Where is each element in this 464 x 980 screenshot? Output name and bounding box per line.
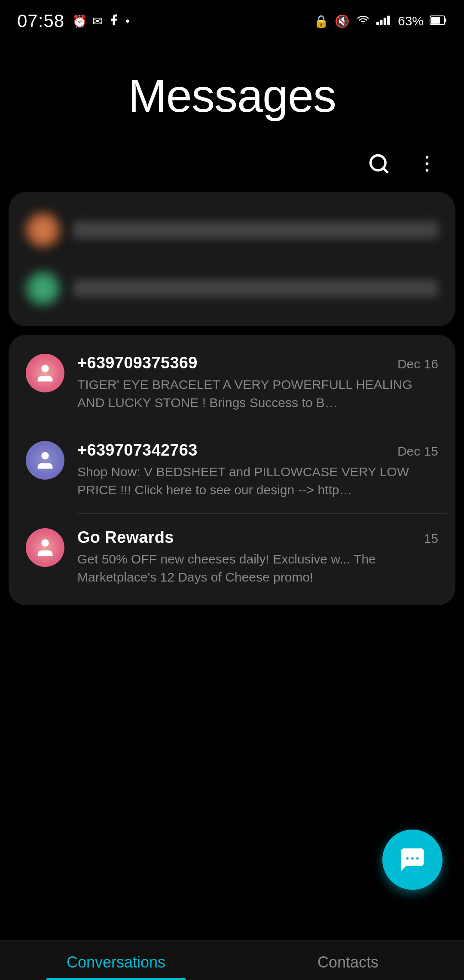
more-options-button[interactable] — [412, 148, 443, 179]
svg-point-14 — [41, 539, 49, 547]
svg-point-17 — [416, 857, 419, 860]
table-row[interactable]: +639709375369 Dec 16 TIGER' EYE BRACELET… — [9, 339, 455, 426]
svg-rect-1 — [380, 20, 382, 25]
app-header: Messages — [0, 34, 464, 148]
conversation-date: 15 — [424, 531, 438, 546]
conversation-list: +639709375369 Dec 16 TIGER' EYE BRACELET… — [9, 335, 455, 605]
search-button[interactable] — [363, 148, 394, 179]
svg-point-16 — [411, 857, 414, 860]
tab-contacts[interactable]: Contacts — [232, 940, 464, 980]
svg-line-8 — [383, 168, 387, 172]
alarm-icon: ⏰ — [72, 14, 87, 28]
blurred-item-2 — [9, 259, 455, 318]
blurred-content-2 — [73, 280, 438, 297]
svg-point-11 — [426, 169, 429, 172]
svg-point-10 — [426, 162, 429, 165]
avatar — [26, 441, 64, 480]
blurred-content-1 — [73, 221, 438, 239]
lock-icon: 🔒 — [314, 14, 329, 28]
table-row[interactable]: Go Rewards 15 Get 50% OFF new cheeses da… — [9, 514, 455, 601]
status-bar: 07:58 ⏰ ✉ • 🔒 🔇 — [0, 0, 464, 34]
svg-point-9 — [426, 156, 429, 159]
status-icons: ⏰ ✉ • — [72, 13, 130, 29]
mute-icon: 🔇 — [335, 14, 350, 28]
email-icon: ✉ — [92, 14, 102, 28]
conversation-preview: TIGER' EYE BRACELET A VERY POWERFULL HEA… — [77, 376, 438, 412]
signal-icon — [376, 14, 392, 29]
status-left: 07:58 ⏰ ✉ • — [17, 11, 130, 31]
conversation-preview: Shop Now: V BEDSHEET and PILLOWCASE VERY… — [77, 463, 438, 499]
conversation-content: +639709375369 Dec 16 TIGER' EYE BRACELET… — [77, 354, 438, 412]
conversation-content: Go Rewards 15 Get 50% OFF new cheeses da… — [77, 528, 438, 586]
app-title: Messages — [128, 69, 336, 122]
battery-icon — [430, 14, 447, 28]
conversation-content: +639707342763 Dec 15 Shop Now: V BEDSHEE… — [77, 441, 438, 499]
toolbar — [0, 148, 464, 192]
wifi-icon — [356, 14, 370, 29]
avatar — [26, 528, 64, 567]
svg-rect-5 — [445, 18, 446, 22]
conversation-header: +639709375369 Dec 16 — [77, 354, 438, 372]
conversation-name: Go Rewards — [77, 528, 174, 547]
conversation-header: +639707342763 Dec 15 — [77, 441, 438, 459]
battery-percent: 63% — [398, 14, 424, 28]
avatar — [26, 354, 64, 392]
status-time: 07:58 — [17, 11, 64, 31]
conversation-name: +639707342763 — [77, 441, 198, 459]
table-row[interactable]: +639707342763 Dec 15 Shop Now: V BEDSHEE… — [9, 426, 455, 514]
blurred-conversations — [9, 192, 455, 326]
status-right: 🔒 🔇 63% — [314, 14, 447, 29]
blurred-avatar-2 — [26, 271, 60, 306]
bottom-navigation: Conversations Contacts — [0, 940, 464, 980]
svg-point-15 — [406, 857, 409, 860]
blurred-avatar-1 — [26, 213, 60, 247]
svg-point-13 — [41, 452, 49, 459]
conversation-date: Dec 15 — [397, 444, 438, 459]
svg-rect-3 — [387, 15, 390, 25]
tab-conversations[interactable]: Conversations — [0, 940, 232, 980]
svg-rect-0 — [376, 21, 379, 24]
conversation-name: +639709375369 — [77, 354, 198, 372]
conversation-date: Dec 16 — [397, 357, 438, 371]
svg-point-12 — [41, 365, 49, 372]
conversation-header: Go Rewards 15 — [77, 528, 438, 547]
tab-contacts-label: Contacts — [317, 953, 379, 971]
dot-icon: • — [125, 14, 130, 28]
conversation-preview: Get 50% OFF new cheeses daily! Exclusive… — [77, 550, 438, 586]
facebook-icon — [107, 13, 120, 29]
svg-rect-6 — [431, 17, 440, 24]
tab-conversations-label: Conversations — [67, 953, 165, 971]
svg-rect-2 — [384, 18, 386, 25]
new-message-button[interactable] — [382, 830, 443, 890]
blurred-item-1 — [9, 201, 455, 259]
